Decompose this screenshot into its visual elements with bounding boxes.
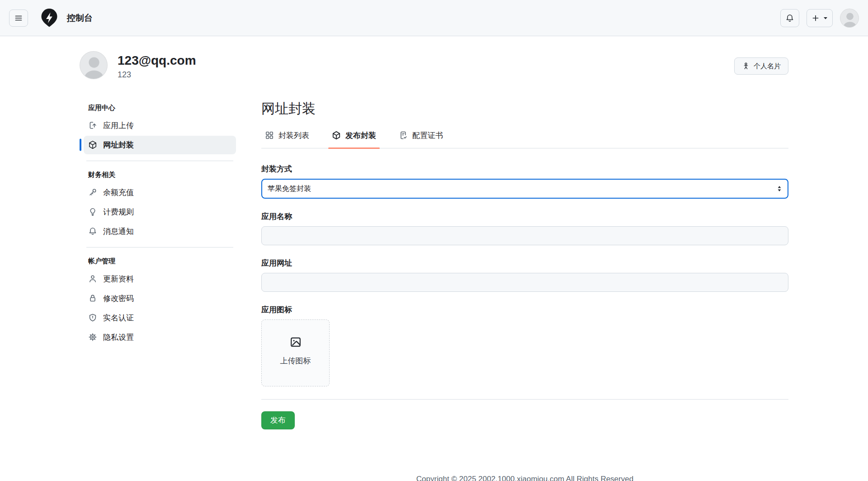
plus-icon	[811, 14, 820, 22]
sidebar-item-app-upload[interactable]: 应用上传	[84, 116, 236, 135]
sidebar-item-label: 余额充值	[103, 187, 134, 198]
key-icon	[88, 188, 97, 197]
app-logo[interactable]	[40, 9, 59, 28]
tab-label: 配置证书	[412, 130, 443, 141]
profile-header: 123@qq.com 123 个人名片	[80, 51, 788, 80]
sidebar-item-label: 网址封装	[103, 140, 134, 150]
personal-card-label: 个人名片	[754, 62, 781, 71]
hamburger-button[interactable]	[9, 10, 28, 27]
lightbulb-icon	[88, 207, 97, 216]
hamburger-icon	[14, 14, 23, 23]
profile-username: 123	[118, 70, 196, 80]
sidebar-item-label: 应用上传	[103, 120, 134, 131]
main-content: 网址封装 封装列表	[261, 100, 788, 481]
sidebar-item-billing-rules[interactable]: 计费规则	[84, 203, 236, 221]
publish-form: 封装方式 苹果免签封装 应用名称 应用网址 应用图	[261, 148, 788, 429]
sidebar-section-header-finance: 财务相关	[84, 167, 236, 182]
sidebar-section-header-account: 帐户管理	[84, 254, 236, 269]
sidebar-section-header-app-center: 应用中心	[84, 100, 236, 115]
person-badge-icon	[742, 62, 750, 70]
notifications-button[interactable]	[780, 9, 799, 27]
tab-label: 封装列表	[278, 130, 309, 141]
form-divider	[261, 399, 788, 400]
navbar: 控制台	[0, 0, 868, 36]
profile-actions: 个人名片	[734, 51, 788, 75]
bell-icon	[785, 14, 794, 23]
sidebar-divider	[86, 161, 233, 161]
app-name-label: 应用名称	[261, 211, 788, 222]
page-title: 网址封装	[261, 100, 788, 117]
upload-icon-text: 上传图标	[280, 356, 311, 366]
icon-upload-dropzone[interactable]: 上传图标	[261, 319, 330, 386]
bell-icon	[88, 227, 97, 236]
package-method-label: 封装方式	[261, 164, 788, 174]
lightning-icon	[40, 9, 59, 28]
sidebar-item-label: 隐私设置	[103, 332, 134, 343]
image-icon	[289, 336, 302, 348]
sidebar-item-url-packaging[interactable]: 网址封装	[84, 136, 236, 154]
publish-button[interactable]: 发布	[261, 411, 295, 429]
tab-publish-package[interactable]: 发布封装	[328, 128, 380, 148]
tab-label: 发布封装	[345, 130, 376, 141]
person-icon	[88, 274, 97, 283]
app-name-input[interactable]	[261, 226, 788, 245]
tab-package-list[interactable]: 封装列表	[261, 128, 313, 148]
profile-email: 123@qq.com	[118, 53, 196, 68]
profile-meta: 123@qq.com 123	[118, 51, 196, 80]
sidebar-divider	[86, 247, 233, 248]
sidebar-item-change-password[interactable]: 修改密码	[84, 289, 236, 308]
app-url-input[interactable]	[261, 273, 788, 292]
app-url-label: 应用网址	[261, 258, 788, 268]
package-method-select[interactable]: 苹果免签封装	[261, 179, 788, 199]
footer-copyright: Copyright © 2025 2002.1000.xiaomiou.com …	[261, 475, 788, 481]
personal-card-button[interactable]: 个人名片	[734, 57, 788, 75]
package-method-select-wrap: 苹果免签封装	[261, 179, 788, 199]
upload-icon	[88, 121, 97, 130]
package-icon	[332, 131, 341, 140]
profile-avatar	[80, 51, 108, 79]
file-check-icon	[399, 131, 408, 140]
sidebar-item-label: 更新资料	[103, 274, 134, 284]
sidebar-item-message-notice[interactable]: 消息通知	[84, 222, 236, 241]
caret-down-icon	[823, 17, 828, 19]
sidebar-item-update-profile[interactable]: 更新资料	[84, 270, 236, 288]
navbar-avatar[interactable]	[840, 9, 859, 28]
app-icon-label: 应用图标	[261, 305, 788, 315]
sidebar-item-balance-recharge[interactable]: 余额充值	[84, 183, 236, 202]
navbar-title: 控制台	[67, 12, 93, 24]
tab-configure-certificate[interactable]: 配置证书	[395, 128, 447, 148]
page-container: 123@qq.com 123 个人名片 应用中心	[80, 36, 788, 481]
lock-icon	[88, 294, 97, 303]
sidebar: 应用中心 应用上传 网址封装	[80, 100, 236, 348]
package-icon	[88, 140, 97, 149]
sidebar-item-label: 修改密码	[103, 293, 134, 304]
sidebar-item-label: 实名认证	[103, 313, 134, 323]
gear-icon	[88, 333, 97, 342]
shield-icon	[88, 313, 97, 322]
tab-bar: 封装列表 发布封装	[261, 128, 788, 148]
sidebar-item-privacy-settings[interactable]: 隐私设置	[84, 328, 236, 347]
content-layout: 应用中心 应用上传 网址封装	[80, 100, 788, 481]
grid-icon	[265, 131, 274, 140]
create-new-button[interactable]	[807, 9, 833, 27]
sidebar-item-realname-verify[interactable]: 实名认证	[84, 309, 236, 327]
sidebar-item-label: 消息通知	[103, 226, 134, 237]
sidebar-item-label: 计费规则	[103, 207, 134, 217]
